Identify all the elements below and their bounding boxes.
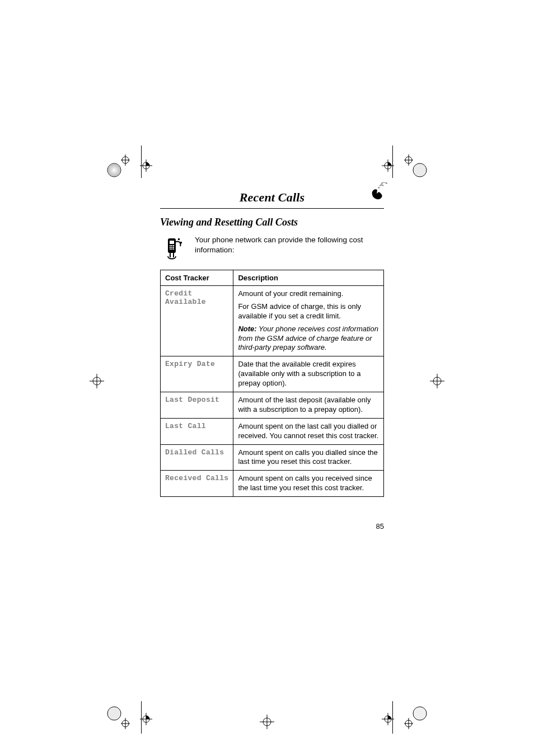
section-title: Viewing and Resetting Call Costs: [160, 217, 384, 228]
svg-point-41: [385, 716, 391, 722]
svg-rect-48: [170, 247, 171, 248]
crop-hairline: [141, 701, 142, 734]
svg-rect-49: [171, 247, 172, 248]
table-row: Received CallsAmount spent on calls you …: [161, 471, 384, 497]
table-header-tracker: Cost Tracker: [161, 270, 233, 286]
tracker-name: Dialled Calls: [161, 444, 233, 471]
svg-point-23: [93, 377, 101, 385]
svg-rect-55: [180, 242, 182, 243]
tracker-name: Last Call: [161, 418, 233, 444]
svg-point-26: [433, 377, 441, 385]
svg-rect-51: [170, 248, 171, 250]
crop-hairline: [392, 145, 393, 178]
phone-network-icon: [160, 235, 187, 262]
tracker-description: Amount spent on the last call you dialle…: [233, 418, 384, 444]
tracker-name: CreditAvailable: [161, 286, 233, 356]
chapter-divider: [160, 208, 384, 209]
registration-mark: [90, 374, 104, 388]
table-row: Last CallAmount spent on the last call y…: [161, 418, 384, 444]
svg-point-11: [107, 707, 121, 720]
svg-rect-54: [178, 238, 180, 240]
table-header-description: Description: [233, 270, 384, 286]
crop-hairline: [141, 145, 142, 178]
svg-rect-44: [170, 241, 174, 244]
svg-point-5: [122, 157, 129, 163]
svg-rect-45: [170, 245, 171, 246]
registration-mark: [430, 374, 444, 388]
svg-point-0: [107, 163, 121, 177]
tracker-description: Amount spent on calls you received since…: [233, 471, 384, 497]
phone-motion-icon: [367, 182, 388, 204]
page-number: 85: [376, 522, 384, 530]
registration-mark: [404, 703, 430, 729]
registration-mark: [140, 713, 152, 725]
svg-point-32: [143, 162, 149, 169]
tracker-description: Date that the available credit expires (…: [233, 356, 384, 392]
registration-mark: [404, 154, 430, 180]
chapter-title: Recent Calls: [160, 190, 384, 205]
tracker-description: Amount of the last deposit (available on…: [233, 392, 384, 419]
svg-point-35: [385, 162, 391, 169]
svg-point-15: [122, 720, 129, 727]
svg-point-16: [413, 707, 427, 720]
svg-point-1: [107, 163, 121, 177]
cost-tracker-table: Cost Tracker Description CreditAvailable…: [160, 270, 384, 497]
intro-paragraph: Your phone network can provide the follo…: [195, 235, 384, 262]
svg-rect-47: [173, 245, 174, 246]
page-content: Recent Calls Viewing and Resetting Call …: [160, 190, 384, 497]
tracker-name: Received Calls: [161, 471, 233, 497]
svg-point-20: [405, 720, 412, 727]
svg-rect-50: [173, 247, 174, 248]
crop-hairline: [392, 701, 393, 734]
svg-point-12: [108, 707, 120, 720]
svg-rect-46: [171, 245, 172, 246]
svg-point-29: [263, 718, 271, 726]
table-row: Last DepositAmount of the last deposit (…: [161, 392, 384, 419]
svg-rect-52: [171, 248, 172, 250]
svg-point-2: [108, 164, 120, 176]
svg-rect-53: [173, 248, 174, 250]
registration-mark: [104, 703, 130, 729]
svg-point-6: [413, 163, 427, 177]
svg-point-10: [405, 157, 412, 163]
registration-mark: [140, 159, 152, 172]
tracker-name: Expiry Date: [161, 356, 233, 392]
registration-mark: [260, 715, 274, 729]
table-row: CreditAvailableAmount of your credit rem…: [161, 286, 384, 356]
svg-point-7: [414, 164, 426, 176]
registration-mark: [104, 154, 130, 180]
svg-point-17: [414, 707, 426, 720]
table-row: Dialled CallsAmount spent on calls you d…: [161, 444, 384, 471]
table-row: Expiry DateDate that the available credi…: [161, 356, 384, 392]
tracker-name: Last Deposit: [161, 392, 233, 419]
tracker-description: Amount spent on calls you dialled since …: [233, 444, 384, 471]
tracker-description: Amount of your credit remaining.For GSM …: [233, 286, 384, 356]
svg-point-38: [143, 716, 149, 722]
svg-point-42: [378, 187, 380, 189]
